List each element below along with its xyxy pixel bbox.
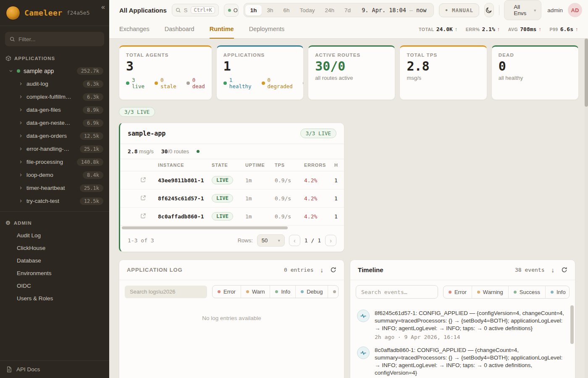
tab-exchanges[interactable]: Exchanges xyxy=(119,20,150,39)
sidebar-item-try-catch-test[interactable]: try-catch-test 12.5k xyxy=(0,194,109,207)
sidebar-item-environments[interactable]: Environments xyxy=(0,267,109,280)
timeline-event[interactable]: 8c0affadb860-1: CONFIG_APPLIED — {change… xyxy=(357,346,567,378)
divider xyxy=(499,5,499,15)
filter-chip-trace[interactable]: Trace xyxy=(328,286,339,298)
sidebar-item-database[interactable]: Database xyxy=(0,255,109,267)
filter-chip-info[interactable]: Info xyxy=(545,286,570,298)
event-search-input[interactable] xyxy=(356,285,438,299)
admin-section-header: ⚙ ADMIN xyxy=(0,215,109,229)
kpi-total: TOTAL 24.0K ↑ xyxy=(419,26,457,32)
prev-page-button[interactable]: ‹ xyxy=(289,235,300,246)
route-count-badge: 12.5k xyxy=(80,197,103,205)
time-range-6h[interactable]: 6h xyxy=(278,5,295,16)
timeline-scrollbar[interactable] xyxy=(570,305,574,344)
sidebar-item-timer-heartbeat[interactable]: timer-heartbeat 25.1k xyxy=(0,181,109,194)
table-row[interactable]: 8c0affadb860-1 LIVE 1m 0.9/s 4.2% 1 xyxy=(120,207,344,226)
sidebar-item-file-processing[interactable]: file-processing 140.8k xyxy=(0,155,109,168)
sidebar-item-loop-demo[interactable]: loop-demo 8.4k xyxy=(0,168,109,181)
filter-chip-error[interactable]: Error xyxy=(213,286,241,298)
chevron-down-icon[interactable] xyxy=(8,68,13,74)
chevron-right-icon[interactable] xyxy=(18,134,23,138)
download-icon[interactable]: ↓ xyxy=(551,266,555,273)
sidebar-item-data-gen-files[interactable]: data-gen-files 8.9k xyxy=(0,103,109,116)
username-label: admin xyxy=(547,7,563,13)
table-row[interactable]: 43ee9811b801-1 LIVE 1m 0.9/s 4.2% 1 xyxy=(120,171,344,189)
filter-placeholder: Filter... xyxy=(18,36,36,42)
manual-refresh-toggle[interactable]: • MANUAL xyxy=(439,3,479,17)
chevron-right-icon[interactable] xyxy=(18,186,23,190)
page-scrollbar-thumb[interactable] xyxy=(585,39,588,107)
agents-stale-stat: 0stale xyxy=(155,77,176,89)
chevron-right-icon[interactable] xyxy=(18,108,23,112)
sidebar-item-error-handling[interactable]: error-handling-… 25.1k xyxy=(0,142,109,155)
main-area: All Applications S… Ctrl+K O 1h 3h 6h To… xyxy=(109,0,588,378)
status-dot xyxy=(186,81,190,85)
next-page-button[interactable]: › xyxy=(325,235,336,246)
card-total-agents: TOTAL AGENTS 3 3live 0stale 0dead xyxy=(119,45,212,100)
time-range-3h[interactable]: 3h xyxy=(262,5,278,16)
sidebar-item-data-gen-orders[interactable]: data-gen-orders 12.5k xyxy=(0,129,109,142)
sidebar-item-users-roles[interactable]: Users & Roles xyxy=(0,292,109,305)
timeline-event[interactable]: 8f6245c61d57-1: CONFIG_APPLIED — {config… xyxy=(357,310,567,340)
chevron-right-icon[interactable] xyxy=(18,173,23,177)
time-range-selector: 1h 3h 6h Today 24h 7d 9. Apr. 18:04 — no… xyxy=(244,3,434,17)
sidebar-filter-input[interactable]: Filter... xyxy=(5,32,104,46)
chevron-right-icon[interactable] xyxy=(18,81,23,86)
chevron-right-icon[interactable] xyxy=(18,160,23,164)
sidebar-item-clickhouse[interactable]: ClickHouse xyxy=(0,242,109,255)
trend-up-icon: ↑ xyxy=(455,26,457,32)
chevron-right-icon[interactable] xyxy=(18,121,23,125)
tab-runtime[interactable]: Runtime xyxy=(210,20,234,39)
status-dot xyxy=(303,81,304,85)
filter-chip-info[interactable]: Info xyxy=(270,286,295,298)
online-status-chip[interactable]: O xyxy=(224,4,239,17)
card-applications: APPLICATIONS 1 1healthy 0degraded 0criti xyxy=(216,45,304,100)
tab-dashboard[interactable]: Dashboard xyxy=(165,20,194,39)
filter-chip-debug[interactable]: Debug xyxy=(295,286,328,298)
time-range-7d[interactable]: 7d xyxy=(339,5,356,16)
external-link-icon[interactable] xyxy=(140,213,146,219)
filter-chip-warn[interactable]: Warn xyxy=(241,286,270,298)
time-range-today[interactable]: Today xyxy=(295,5,320,16)
external-link-icon[interactable] xyxy=(140,177,146,183)
sidebar-item-audit-log[interactable]: audit-log 6.3k xyxy=(0,77,109,90)
activity-pulse-icon xyxy=(357,310,370,322)
time-range-24h[interactable]: 24h xyxy=(320,5,340,16)
refresh-icon[interactable] xyxy=(561,267,567,273)
filter-chip-warning[interactable]: Warning xyxy=(472,286,508,298)
refresh-icon[interactable] xyxy=(330,267,336,273)
status-dot xyxy=(155,81,158,85)
time-range-1h[interactable]: 1h xyxy=(245,5,262,16)
card-dead: DEAD 0 all healthy xyxy=(491,45,579,100)
log-search-input[interactable] xyxy=(125,286,207,298)
tab-deployments[interactable]: Deployments xyxy=(249,20,285,39)
sidebar-item-audit-log-admin[interactable]: Audit Log xyxy=(0,229,109,242)
external-link-icon[interactable] xyxy=(140,195,146,201)
filter-chip-success[interactable]: Success xyxy=(508,286,545,298)
download-icon[interactable]: ↓ xyxy=(320,266,324,273)
chevron-right-icon[interactable] xyxy=(18,147,23,151)
chevron-right-icon[interactable] xyxy=(18,199,23,203)
sidebar-item-oidc[interactable]: OIDC xyxy=(0,280,109,292)
avatar[interactable]: AD xyxy=(568,3,582,17)
global-search-button[interactable]: S… Ctrl+K xyxy=(172,4,219,16)
trend-up-icon: ↑ xyxy=(575,26,578,32)
api-docs-link[interactable]: API Docs xyxy=(0,360,109,378)
content-area: TOTAL AGENTS 3 3live 0stale 0dead xyxy=(109,39,588,378)
stat-cards-row: TOTAL AGENTS 3 3live 0stale 0dead xyxy=(119,45,579,100)
filter-chip-error[interactable]: Error xyxy=(444,286,472,298)
search-icon xyxy=(10,37,15,42)
sidebar-item-complex-fulfillment[interactable]: complex-fulfillm… 6.3k xyxy=(0,90,109,103)
page-scrollbar[interactable] xyxy=(585,39,588,378)
date-range-display[interactable]: 9. Apr. 18:04 — now xyxy=(356,5,432,16)
sidebar-collapse-icon[interactable]: « xyxy=(101,3,105,11)
rows-per-page-select[interactable]: 50 ▾ xyxy=(257,234,285,247)
dark-mode-toggle[interactable] xyxy=(484,3,494,17)
sidebar-item-data-gen-nested[interactable]: data-gen-neste… 6.9k xyxy=(0,116,109,129)
horizontal-scrollbar[interactable] xyxy=(122,226,288,229)
table-row[interactable]: 8f6245c61d57-1 LIVE 1m 0.9/s 4.2% 1 xyxy=(120,189,344,207)
environment-select[interactable]: All Envs ▾ xyxy=(504,0,541,20)
event-message: 8f6245c61d57-1: CONFIG_APPLIED — {config… xyxy=(375,310,567,332)
sidebar-item-sample-app[interactable]: sample app 252.7k xyxy=(0,65,109,77)
chevron-right-icon[interactable] xyxy=(18,94,23,99)
